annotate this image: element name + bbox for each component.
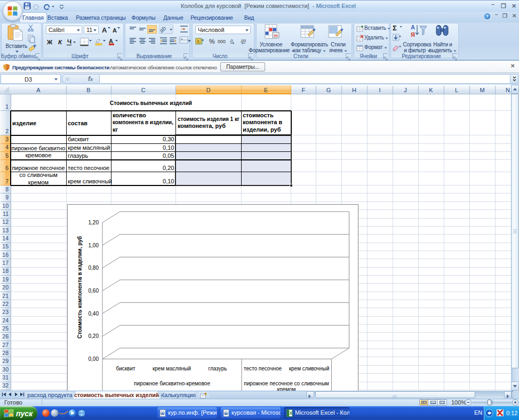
svg-text:16: 16 xyxy=(2,252,9,258)
svg-text:пирожное бисквитно: пирожное бисквитно xyxy=(12,145,66,151)
svg-text:крем сливочный: крем сливочный xyxy=(289,366,330,371)
svg-text:30: 30 xyxy=(2,366,9,373)
svg-text:%: % xyxy=(209,38,215,45)
svg-text:31: 31 xyxy=(2,374,9,381)
svg-text:0,10: 0,10 xyxy=(163,144,174,151)
svg-text:А: А xyxy=(109,38,113,44)
svg-text:27: 27 xyxy=(2,342,9,348)
svg-text:0,05: 0,05 xyxy=(163,152,174,159)
svg-text:крем масляный: крем масляный xyxy=(68,144,110,151)
svg-text:стоимость: стоимость xyxy=(243,112,274,118)
svg-text:12: 12 xyxy=(2,219,9,225)
svg-text:,0: ,0 xyxy=(229,38,233,43)
svg-text:28: 28 xyxy=(2,350,9,356)
svg-text:000: 000 xyxy=(218,39,226,44)
svg-text:изделие: изделие xyxy=(12,120,36,126)
svg-text:бисквит: бисквит xyxy=(68,136,89,142)
svg-text:32: 32 xyxy=(2,382,9,389)
svg-text:18: 18 xyxy=(2,268,9,274)
svg-text:11: 11 xyxy=(3,211,9,217)
svg-text:H: H xyxy=(352,87,356,93)
svg-text:29: 29 xyxy=(2,358,9,364)
svg-text:21: 21 xyxy=(2,293,9,299)
svg-text:количество: количество xyxy=(113,112,146,118)
svg-text:тесто песочное: тесто песочное xyxy=(244,366,282,371)
svg-text:K: K xyxy=(429,87,433,93)
svg-text:20: 20 xyxy=(2,284,9,290)
svg-text:кремом: кремом xyxy=(28,179,49,185)
svg-text:1,20: 1,20 xyxy=(89,220,99,225)
svg-text:B: B xyxy=(86,87,90,93)
svg-text:24: 24 xyxy=(2,317,9,324)
svg-text:G: G xyxy=(326,87,331,93)
svg-text:2: 2 xyxy=(5,128,9,134)
svg-text:0,10: 0,10 xyxy=(163,178,174,184)
svg-text:глазурь: глазурь xyxy=(209,366,227,371)
svg-text:0,60: 0,60 xyxy=(89,288,99,294)
svg-text:W: W xyxy=(224,411,228,416)
svg-text:компонента в изделии,: компонента в изделии, xyxy=(113,119,173,125)
svg-text:состав: состав xyxy=(68,120,87,126)
svg-text:N: N xyxy=(506,87,510,93)
svg-text:Стоимость компонента в издели: Стоимость компонента в изделии, руб xyxy=(77,236,83,338)
svg-text:14: 14 xyxy=(2,235,9,241)
svg-text:0,20: 0,20 xyxy=(89,333,99,339)
svg-text:крем масляный: крем масляный xyxy=(153,366,191,371)
svg-text:I: I xyxy=(379,87,380,93)
svg-text:C: C xyxy=(141,87,146,93)
svg-text:0,30: 0,30 xyxy=(163,136,174,142)
svg-text:Σ: Σ xyxy=(393,24,397,32)
svg-text:E: E xyxy=(264,87,268,93)
svg-text:6: 6 xyxy=(5,165,9,171)
svg-text:4: 4 xyxy=(5,144,9,150)
svg-text:кг: кг xyxy=(113,126,118,133)
svg-text:1: 1 xyxy=(5,103,9,110)
svg-text:стоимость изделия 1 кг: стоимость изделия 1 кг xyxy=(178,116,239,122)
svg-text:17: 17 xyxy=(2,260,9,266)
svg-text:F: F xyxy=(301,87,305,93)
svg-text:0,00: 0,00 xyxy=(89,356,99,362)
svg-text:10: 10 xyxy=(2,203,9,209)
svg-text:пирожное песочное со сливочным: пирожное песочное со сливочным xyxy=(244,381,329,386)
svg-text:Я: Я xyxy=(411,31,415,38)
svg-text:$: $ xyxy=(197,39,200,44)
svg-text:1,00: 1,00 xyxy=(89,243,99,248)
svg-text:пирожное бисквитно-кремовое: пирожное бисквитно-кремовое xyxy=(134,381,210,386)
svg-text:бисквит: бисквит xyxy=(116,366,135,371)
svg-text:22: 22 xyxy=(2,301,9,307)
svg-text:изделии, руб: изделии, руб xyxy=(243,126,281,133)
svg-text:X: X xyxy=(289,410,292,416)
svg-text:5: 5 xyxy=(5,152,9,159)
svg-text:L: L xyxy=(455,87,458,93)
svg-text:19: 19 xyxy=(2,276,9,282)
svg-text:3: 3 xyxy=(5,136,9,142)
svg-text:крем сливочный: крем сливочный xyxy=(68,178,112,184)
svg-text:0,20: 0,20 xyxy=(163,165,174,171)
svg-text:Стоимость выпечных изделий: Стоимость выпечных изделий xyxy=(110,100,192,106)
svg-text:7: 7 xyxy=(5,178,9,184)
svg-text:D: D xyxy=(206,87,211,93)
svg-text:8: 8 xyxy=(5,186,9,192)
svg-text:К: К xyxy=(58,39,62,45)
svg-text:25: 25 xyxy=(2,325,9,332)
svg-text:пуск: пуск xyxy=(16,409,33,418)
svg-text:тесто песочное: тесто песочное xyxy=(68,165,109,171)
svg-text:M: M xyxy=(480,87,484,93)
svg-text:глазурь: глазурь xyxy=(68,152,89,159)
svg-text:J: J xyxy=(404,87,407,93)
svg-text:23: 23 xyxy=(2,309,9,315)
svg-text:0:12: 0:12 xyxy=(506,410,517,416)
svg-text:со сливочным: со сливочным xyxy=(19,172,58,178)
svg-text:W: W xyxy=(161,411,165,416)
svg-text:15: 15 xyxy=(2,243,9,249)
svg-text:A: A xyxy=(102,26,107,34)
svg-text:A: A xyxy=(113,27,117,34)
svg-text:компонента в: компонента в xyxy=(243,119,282,125)
svg-text:А: А xyxy=(411,24,415,30)
svg-text:Ч: Ч xyxy=(67,38,71,45)
svg-text:26: 26 xyxy=(2,333,9,340)
svg-text:9: 9 xyxy=(5,194,9,200)
svg-text:0,80: 0,80 xyxy=(89,265,99,271)
svg-text:Ж: Ж xyxy=(46,39,53,45)
svg-text:кремовое: кремовое xyxy=(26,152,52,158)
